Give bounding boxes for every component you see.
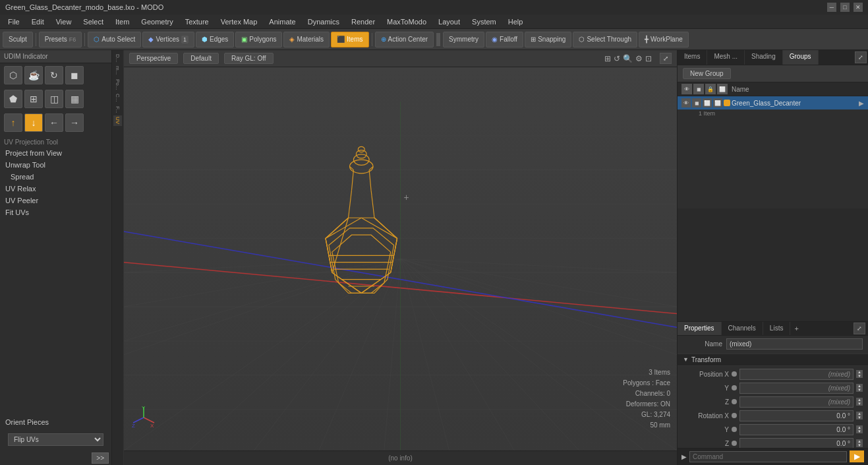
menu-dynamics[interactable]: Dynamics — [303, 16, 345, 27]
position-y-dot[interactable] — [732, 385, 737, 390]
tool-btn-8[interactable]: ▦ — [65, 90, 84, 108]
presets-button[interactable]: Presets F6 — [39, 32, 82, 47]
menu-edit[interactable]: Edit — [26, 16, 49, 27]
flip-uvs-dropdown[interactable]: Flip UVs — [8, 433, 103, 446]
fit-uvs-tool[interactable]: Fit UVs — [0, 206, 111, 218]
maximize-button[interactable]: □ — [840, 3, 850, 12]
orient-pieces-tool[interactable]: Orient Pieces — [0, 416, 111, 428]
item-icon-render-0[interactable]: ◼ — [692, 98, 701, 108]
position-y-field[interactable]: (mixed) — [739, 383, 854, 394]
menu-view[interactable]: View — [51, 16, 77, 27]
br-expand-icon[interactable]: ⤢ — [854, 323, 865, 334]
rotation-z-down[interactable]: ▼ — [856, 443, 863, 447]
materials-button[interactable]: ◈ Materials — [283, 32, 330, 47]
position-y-down[interactable]: ▼ — [856, 388, 863, 392]
rotation-y-dot[interactable] — [732, 427, 737, 432]
rotation-z-dot[interactable] — [732, 441, 737, 446]
tool-btn-6[interactable]: ⊞ — [24, 90, 43, 108]
polygons-button[interactable]: ▣ Polygons — [235, 32, 282, 47]
edges-button[interactable]: ⬢ Edges — [196, 32, 234, 47]
rotation-y-field[interactable]: 0.0 ° — [739, 424, 854, 435]
tool-btn-10[interactable]: ↓ — [24, 113, 43, 132]
menu-layout[interactable]: Layout — [433, 16, 465, 27]
close-button[interactable]: ✕ — [854, 3, 863, 12]
default-preset-button[interactable]: Default — [183, 53, 219, 64]
item-row-0[interactable]: 👁 ◼ ⬜ ⬜ Green_Glass_Decanter ▶ — [678, 96, 868, 109]
tool-btn-12[interactable]: → — [65, 113, 84, 132]
menu-system[interactable]: System — [467, 16, 502, 27]
menu-maxtomode[interactable]: MaxToModo — [382, 16, 432, 27]
viewport-icon-2[interactable]: ↺ — [614, 54, 620, 63]
tab-plus[interactable]: + — [790, 322, 802, 335]
viewport-icon-3[interactable]: 🔍 — [623, 54, 633, 63]
rotation-x-dot[interactable] — [732, 413, 737, 418]
tab-groups[interactable]: Groups — [783, 50, 819, 65]
uv-relax-tool[interactable]: UV Relax — [0, 183, 111, 195]
expand-viewport-button[interactable]: ⤢ — [660, 53, 672, 64]
menu-select[interactable]: Select — [78, 16, 109, 27]
new-group-button[interactable]: New Group — [683, 68, 731, 79]
viewport-canvas[interactable]: + — [124, 67, 677, 450]
menu-animate[interactable]: Animate — [264, 16, 301, 27]
command-input[interactable] — [689, 451, 847, 462]
ray-gl-button[interactable]: Ray GL: Off — [224, 53, 274, 64]
col-icon-hide[interactable]: ⬜ — [717, 84, 728, 94]
symmetry-button[interactable]: Symmetry — [443, 32, 484, 47]
col-icon-eye[interactable]: 👁 — [681, 84, 692, 94]
tab-shading[interactable]: Shading — [745, 50, 783, 65]
col-icon-lock[interactable]: 🔒 — [705, 84, 716, 94]
tool-btn-3[interactable]: ↻ — [45, 66, 63, 84]
spread-tool[interactable]: Spread — [0, 171, 111, 183]
project-from-view-tool[interactable]: Project from View — [0, 147, 111, 159]
menu-render[interactable]: Render — [346, 16, 380, 27]
falloff-button[interactable]: ◉ Falloff — [486, 32, 523, 47]
position-z-down[interactable]: ▼ — [856, 402, 863, 406]
tab-mesh[interactable]: Mesh ... — [707, 50, 745, 65]
item-icon-lock-0[interactable]: ⬜ — [703, 98, 712, 108]
menu-texture[interactable]: Texture — [180, 16, 214, 27]
vertices-button[interactable]: ◆ Vertices 1 — [142, 32, 194, 47]
viewport-icon-1[interactable]: ⊞ — [604, 54, 611, 63]
unwrap-tool[interactable]: Unwrap Tool — [0, 159, 111, 171]
position-z-dot[interactable] — [732, 399, 737, 404]
tool-btn-11[interactable]: ← — [45, 113, 63, 132]
transform-section[interactable]: ▼ Transform — [678, 354, 868, 366]
command-run-button[interactable]: ▶ — [850, 450, 864, 462]
tab-items[interactable]: Items — [678, 50, 707, 65]
tool-btn-4[interactable]: ◼ — [65, 66, 84, 84]
position-z-field[interactable]: (mixed) — [739, 396, 854, 408]
tab-properties[interactable]: Properties — [678, 322, 722, 335]
expand-button[interactable]: >> — [92, 452, 109, 464]
position-x-down[interactable]: ▼ — [856, 374, 863, 378]
rotation-z-field[interactable]: 0.0 ° — [739, 438, 854, 448]
tab-lists[interactable]: Lists — [763, 322, 791, 335]
menu-file[interactable]: File — [3, 16, 25, 27]
viewport-icon-4[interactable]: ⚙ — [635, 54, 643, 63]
rotation-y-down[interactable]: ▼ — [856, 429, 863, 433]
menu-geometry[interactable]: Geometry — [136, 16, 178, 27]
item-icon-hide-0[interactable]: ⬜ — [713, 98, 722, 108]
uv-peeler-tool[interactable]: UV Peeler — [0, 195, 111, 206]
perspective-button[interactable]: Perspective — [129, 53, 178, 64]
minimize-button[interactable]: ─ — [827, 3, 836, 12]
select-through-button[interactable]: ⬡ Select Through — [573, 32, 637, 47]
tab-expand-icon[interactable]: ⤢ — [855, 51, 867, 63]
tool-btn-2[interactable]: ☕ — [24, 66, 43, 84]
rotation-x-field[interactable]: 0.0 ° — [739, 410, 854, 421]
menu-help[interactable]: Help — [503, 16, 529, 27]
tool-btn-1[interactable]: ⬡ — [4, 66, 22, 84]
items-button[interactable]: ⬛ Items — [331, 32, 368, 47]
col-icon-render[interactable]: ◼ — [693, 84, 704, 94]
menu-vertex-map[interactable]: Vertex Map — [216, 16, 263, 27]
snapping-button[interactable]: ⊞ Snapping — [525, 32, 571, 47]
rotation-x-down[interactable]: ▼ — [856, 416, 863, 419]
viewport-icon-5[interactable]: ⊡ — [645, 54, 652, 63]
position-x-field[interactable]: (mixed) — [739, 369, 854, 380]
sculpt-button[interactable]: Sculpt — [3, 32, 33, 47]
tool-btn-7[interactable]: ◫ — [45, 90, 63, 108]
menu-item[interactable]: Item — [110, 16, 134, 27]
name-prop-value[interactable]: (mixed) — [726, 338, 863, 350]
action-center-button[interactable]: ⊕ Action Center — [375, 32, 434, 47]
item-icon-eye-0[interactable]: 👁 — [681, 98, 691, 108]
tab-channels[interactable]: Channels — [722, 322, 763, 335]
